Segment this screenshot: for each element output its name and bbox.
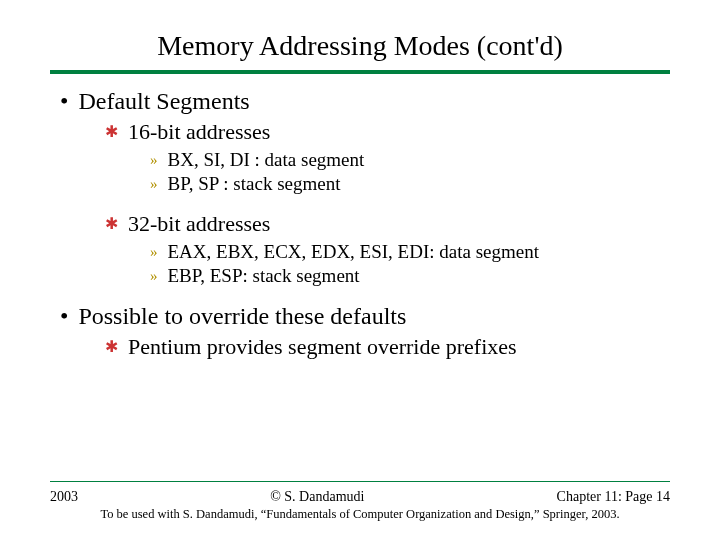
slide-title: Memory Addressing Modes (cont'd): [50, 30, 670, 62]
bullet-16bit-stack: » BP, SP : stack segment: [150, 173, 670, 195]
star-icon: ✱: [105, 211, 118, 237]
bullet-pentium-prefixes: ✱ Pentium provides segment override pref…: [105, 334, 670, 360]
slide-content: • Default Segments ✱ 16-bit addresses » …: [50, 88, 670, 360]
text: BX, SI, DI : data segment: [168, 149, 365, 171]
bullet-default-segments: • Default Segments: [60, 88, 670, 115]
text: EAX, EBX, ECX, EDX, ESI, EDI: data segme…: [168, 241, 540, 263]
text: BP, SP : stack segment: [168, 173, 341, 195]
title-rule: [50, 70, 670, 74]
footer: 2003 © S. Dandamudi Chapter 11: Page 14 …: [50, 489, 670, 522]
footer-copyright: © S. Dandamudi: [270, 489, 364, 505]
text: Possible to override these defaults: [78, 303, 406, 330]
chevron-icon: »: [150, 173, 158, 195]
footer-page: Chapter 11: Page 14: [557, 489, 670, 505]
bullet-32bit-data: » EAX, EBX, ECX, EDX, ESI, EDI: data seg…: [150, 241, 670, 263]
star-icon: ✱: [105, 334, 118, 360]
footer-rule: [50, 481, 670, 482]
bullet-32bit: ✱ 32-bit addresses: [105, 211, 670, 237]
bullet-16bit-data: » BX, SI, DI : data segment: [150, 149, 670, 171]
text: EBP, ESP: stack segment: [168, 265, 360, 287]
footer-citation: To be used with S. Dandamudi, “Fundament…: [50, 507, 670, 522]
text: 16-bit addresses: [128, 119, 270, 145]
text: 32-bit addresses: [128, 211, 270, 237]
bullet-override: • Possible to override these defaults: [60, 303, 670, 330]
slide: Memory Addressing Modes (cont'd) • Defau…: [0, 0, 720, 540]
chevron-icon: »: [150, 265, 158, 287]
star-icon: ✱: [105, 119, 118, 145]
chevron-icon: »: [150, 241, 158, 263]
bullet-32bit-stack: » EBP, ESP: stack segment: [150, 265, 670, 287]
text: Pentium provides segment override prefix…: [128, 334, 517, 360]
footer-year: 2003: [50, 489, 78, 505]
dot-icon: •: [60, 303, 68, 330]
chevron-icon: »: [150, 149, 158, 171]
bullet-16bit: ✱ 16-bit addresses: [105, 119, 670, 145]
dot-icon: •: [60, 88, 68, 115]
text: Default Segments: [78, 88, 249, 115]
